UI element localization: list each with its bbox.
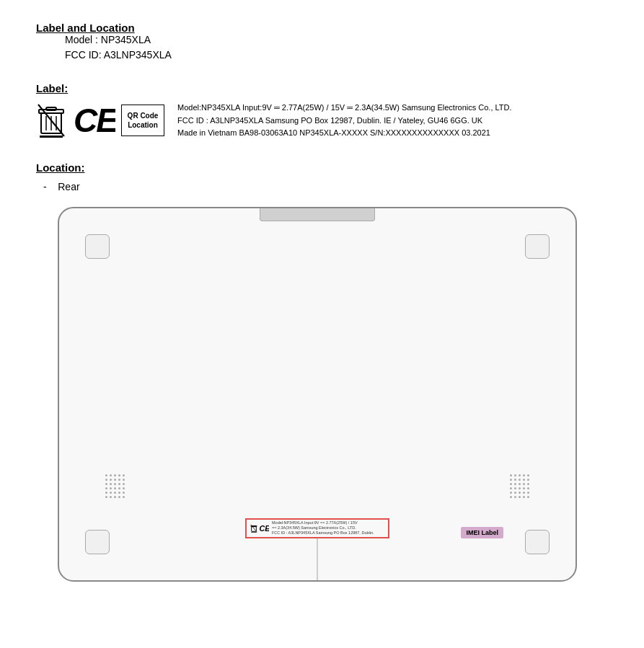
label-sticker: CE Model:NP345XLA Input:9V == 2.77A(25W)… <box>245 518 389 538</box>
location-value: Rear <box>58 181 79 192</box>
header-title: Label and Location <box>36 22 135 34</box>
label-section: Label: CE QR Code Location <box>36 82 608 140</box>
fcc-line: FCC ID: A3LNP345XLA <box>65 49 608 61</box>
label-text-line2: FCC ID : A3LNP345XLA Samsung PO Box 1298… <box>177 115 512 128</box>
qr-code-location-box: QR Code Location <box>121 105 164 136</box>
bullet: - <box>43 181 47 192</box>
label-icons-row: CE QR Code Location Model:NP345XLA Input… <box>36 102 608 140</box>
label-text-line1: Model:NP345XLA Input:9V ═ 2.77A(25W) / 1… <box>177 102 512 115</box>
model-label: Model <box>65 34 92 45</box>
screw-bottom-right <box>525 530 550 554</box>
laptop-diagram: CE Model:NP345XLA Input:9V == 2.77A(25W)… <box>58 207 577 582</box>
section-header: Label and Location <box>36 22 608 34</box>
svg-rect-7 <box>40 136 63 138</box>
fcc-value: A3LNP345XLA <box>104 49 172 61</box>
location-title: Location: <box>36 161 608 174</box>
location-section: Location: - Rear <box>36 161 608 192</box>
screw-top-right <box>525 234 550 259</box>
weee-icon <box>36 102 66 138</box>
hinge-bar <box>260 208 375 221</box>
svg-text:CE: CE <box>74 103 115 138</box>
screw-top-left <box>85 234 110 259</box>
model-line: Model : NP345XLA <box>65 34 608 45</box>
center-line <box>317 538 318 580</box>
ce-mark-icon: CE <box>72 103 115 138</box>
qr-code-label: QR Code Location <box>128 111 159 130</box>
screw-bottom-left <box>85 530 110 554</box>
sticker-icons: CE <box>250 524 269 533</box>
label-title: Label: <box>36 82 608 94</box>
svg-rect-12 <box>251 532 257 533</box>
sticker-text: Model:NP345XLA Input:9V == 2.77A(25W) / … <box>272 520 374 536</box>
fcc-label: FCC ID: <box>65 49 102 61</box>
label-text-block: Model:NP345XLA Input:9V ═ 2.77A(25W) / 1… <box>177 102 512 140</box>
location-item: - Rear <box>43 181 608 192</box>
imei-label: IMEI Label <box>461 527 503 538</box>
label-text-line3: Made in Vietnam BA98-03063A10 NP345XLA-X… <box>177 127 512 140</box>
speaker-left <box>95 465 135 508</box>
model-value: : NP345XLA <box>95 34 151 45</box>
laptop-outer-shell: CE Model:NP345XLA Input:9V == 2.77A(25W)… <box>58 207 577 582</box>
svg-text:CE: CE <box>259 524 269 533</box>
speaker-right <box>500 465 539 508</box>
